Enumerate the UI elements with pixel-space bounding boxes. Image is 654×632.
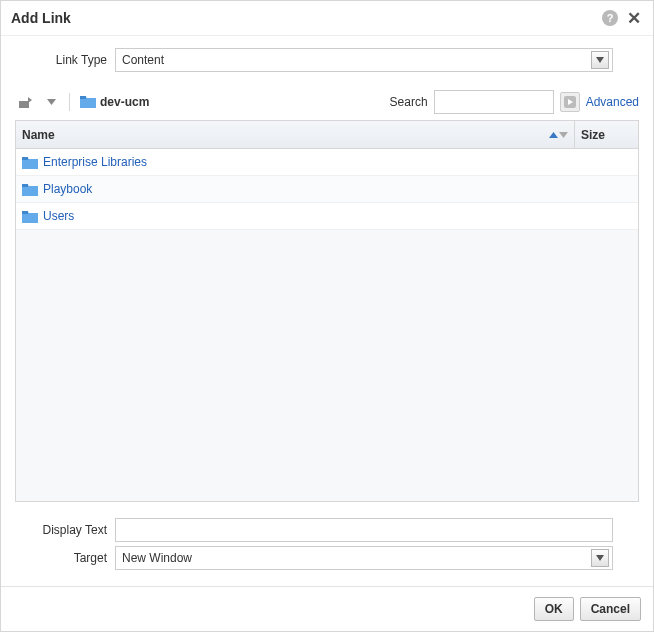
close-icon[interactable]: ✕ xyxy=(625,9,643,27)
toolbar-left: dev-ucm xyxy=(15,92,149,112)
help-icon[interactable]: ? xyxy=(601,9,619,27)
chevron-down-icon xyxy=(591,549,609,567)
sort-asc-icon xyxy=(549,132,558,138)
folder-icon xyxy=(80,94,96,110)
svg-marker-9 xyxy=(549,132,558,138)
folder-icon xyxy=(22,209,38,223)
advanced-search-link[interactable]: Advanced xyxy=(586,95,639,109)
breadcrumb[interactable]: dev-ucm xyxy=(80,94,149,110)
table-row[interactable]: Enterprise Libraries xyxy=(16,149,638,176)
folder-icon xyxy=(22,155,38,169)
table-body: Enterprise LibrariesPlaybookUsers xyxy=(16,149,638,501)
link-type-value: Content xyxy=(122,53,164,67)
display-text-row: Display Text xyxy=(15,518,639,542)
svg-text:?: ? xyxy=(607,12,614,24)
toolbar-divider xyxy=(69,93,70,111)
upload-icon[interactable] xyxy=(15,92,35,112)
table-row[interactable]: Users xyxy=(16,203,638,230)
column-size[interactable]: Size xyxy=(574,121,638,148)
ok-button[interactable]: OK xyxy=(534,597,574,621)
svg-marker-10 xyxy=(559,132,568,138)
display-text-input[interactable] xyxy=(115,518,613,542)
search-label: Search xyxy=(390,95,428,109)
svg-marker-5 xyxy=(47,99,56,105)
svg-rect-12 xyxy=(22,184,28,187)
target-value: New Window xyxy=(122,551,192,565)
cancel-button[interactable]: Cancel xyxy=(580,597,641,621)
svg-marker-2 xyxy=(596,57,604,63)
folder-icon xyxy=(22,182,38,196)
content-table: Name Size Enterprise LibrariesPlaybookUs… xyxy=(15,120,639,502)
row-label: Playbook xyxy=(43,182,92,196)
svg-marker-14 xyxy=(596,555,604,561)
column-name[interactable]: Name xyxy=(16,128,574,142)
dialog-body: Link Type Content xyxy=(1,36,653,586)
target-label: Target xyxy=(15,551,115,565)
row-label: Users xyxy=(43,209,74,223)
view-menu-chevron-icon[interactable] xyxy=(41,92,61,112)
search-go-button[interactable] xyxy=(560,92,580,112)
search-block: Search Advanced xyxy=(390,90,639,114)
target-select[interactable]: New Window xyxy=(115,546,613,570)
link-type-row: Link Type Content xyxy=(15,48,639,72)
add-link-dialog: Add Link ? ✕ Link Type Content xyxy=(0,0,654,632)
svg-rect-13 xyxy=(22,211,28,214)
breadcrumb-current: dev-ucm xyxy=(100,95,149,109)
target-row: Target New Window xyxy=(15,546,639,570)
svg-rect-3 xyxy=(19,101,29,108)
svg-rect-11 xyxy=(22,157,28,160)
link-type-select[interactable]: Content xyxy=(115,48,613,72)
row-label: Enterprise Libraries xyxy=(43,155,147,169)
sort-desc-icon xyxy=(559,132,568,138)
search-input[interactable] xyxy=(434,90,554,114)
bottom-form: Display Text Target New Window xyxy=(15,514,639,574)
svg-marker-4 xyxy=(28,97,32,103)
dialog-footer: OK Cancel xyxy=(1,586,653,631)
dialog-header: Add Link ? ✕ xyxy=(1,1,653,36)
sort-indicator[interactable] xyxy=(549,132,568,138)
dialog-title: Add Link xyxy=(11,10,595,26)
link-type-label: Link Type xyxy=(15,53,115,67)
svg-rect-6 xyxy=(80,96,86,99)
table-header: Name Size xyxy=(16,121,638,149)
chevron-down-icon xyxy=(591,51,609,69)
content-toolbar: dev-ucm Search Advanced xyxy=(15,90,639,114)
display-text-label: Display Text xyxy=(15,523,115,537)
table-row[interactable]: Playbook xyxy=(16,176,638,203)
